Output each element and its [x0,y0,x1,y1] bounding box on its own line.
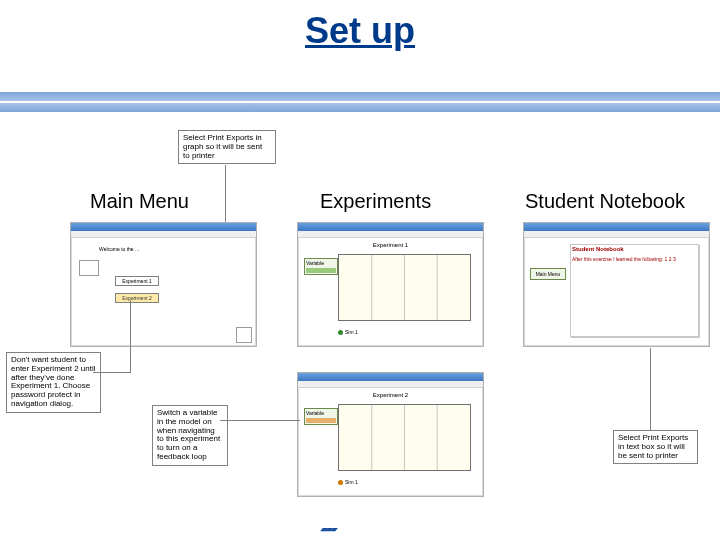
callout-print-graph: Select Print Exports in graph so it will… [178,130,276,164]
callout-switch-variable: Switch a variable in the model on when n… [152,405,228,466]
footer-logo: ▰▰▰ [320,524,335,534]
notebook-subtitle: After this exercise I learned the follow… [572,256,676,262]
callout-print-text: Select Print Exports in text box so it w… [613,430,698,464]
exp2-variable-box: Variable [304,408,338,425]
exp2-series: Sim 1 [338,479,358,485]
connector-line [650,348,651,430]
exp2-plot [338,404,471,471]
column-header-main: Main Menu [90,190,189,213]
notebook-main-button: Main Menu [530,268,566,280]
slide-title: Set up [0,10,720,52]
exp1-plot [338,254,471,321]
exp1-series: Sim 1 [338,329,358,335]
exp2-title: Experiment 2 [298,392,483,398]
thumb-experiment-1: Experiment 1 Variable Sim 1 [297,222,484,347]
thumb-student-notebook: Student Notebook After this exercise I l… [523,222,710,347]
column-header-notebook: Student Notebook [525,190,685,213]
connector-line [93,372,131,373]
callout-password-protect: Don't want student to enter Experiment 2… [6,352,101,413]
exp1-title: Experiment 1 [298,242,483,248]
mm-btn-exp2: Experiment 2 [115,293,159,303]
mm-heading: Welcome to the ... [99,246,139,252]
connector-line [220,420,300,421]
notebook-title: Student Notebook [572,246,624,252]
mm-btn-exp1: Experiment 1 [115,276,159,286]
thumb-main-menu: Welcome to the ... Experiment 1 Experime… [70,222,257,347]
thumb-experiment-2: Experiment 2 Variable Sim 1 [297,372,484,497]
divider-band [0,92,720,112]
column-header-experiments: Experiments [320,190,431,213]
exp1-variable-box: Variable [304,258,338,275]
mm-placeholder-box [79,260,99,276]
connector-line [130,300,131,372]
connector-line [225,165,226,225]
mm-corner-box [236,327,252,343]
